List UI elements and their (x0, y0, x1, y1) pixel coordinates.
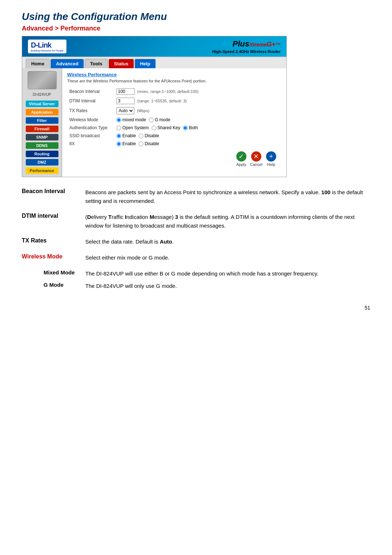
sidebar-btn-ddns[interactable]: DDNS (26, 142, 58, 149)
config-form: Beacon Interval (msec, range:1~1000, def… (67, 87, 281, 148)
sidebar: DI-824VUP Virtual Server Application Fil… (22, 68, 62, 177)
g-mode-row: G Mode The DI-824VUP will only use G mod… (22, 282, 370, 290)
dtim-term: DTIM interval (22, 213, 85, 219)
wireless-mode-g-radio[interactable] (149, 118, 154, 122)
help-label: Help (267, 162, 275, 167)
8x-disable-label[interactable]: Disable (139, 141, 159, 146)
auth-open-radio[interactable] (117, 126, 121, 130)
dtim-interval-hint: (range: 1~65535, default: 3) (137, 99, 187, 103)
tx-rates-unit: (Mbps) (137, 109, 149, 113)
ssid-broadcast-label: SSID broadcast (67, 132, 114, 140)
8x-disable-radio[interactable] (139, 142, 143, 146)
sidebar-btn-dmz[interactable]: DMZ (26, 159, 58, 166)
tx-rates-label: TX Rates (67, 106, 114, 116)
dlink-logo: D-Link Building Networks for People (28, 40, 66, 53)
ssid-disable-radio[interactable] (139, 134, 143, 138)
wireless-mode-options: mixed mode G mode (117, 117, 279, 122)
tab-home[interactable]: Home (26, 59, 50, 68)
mixed-mode-row: Mixed Mode The DI-824VUP will use either… (22, 269, 370, 278)
cancel-icon[interactable]: ✕ (251, 151, 261, 162)
ssid-enable-radio[interactable] (117, 134, 121, 138)
beacon-desc-row: Beacon Interval Beacons are packets sent… (22, 188, 370, 205)
wireless-mode-g-label[interactable]: G mode (149, 117, 170, 122)
router-header: D-Link Building Networks for People AirP… (22, 36, 286, 57)
help-icon[interactable]: + (266, 151, 276, 162)
tx-def: Select the data rate. Default is Auto. (85, 237, 173, 246)
sidebar-btn-application[interactable]: Application (26, 109, 58, 115)
8x-enable-label[interactable]: Enable (117, 141, 136, 146)
auth-type-options: Open System Shared Key Both (117, 125, 279, 130)
8x-enable-radio[interactable] (117, 142, 121, 146)
dtim-interval-input[interactable] (117, 98, 135, 104)
8x-label: 8X (67, 140, 114, 148)
tx-desc-row: TX Rates Select the data rate. Default i… (22, 237, 370, 246)
router-body: DI-824VUP Virtual Server Application Fil… (22, 68, 286, 177)
auth-type-row: Authentication Type Open System Shared K… (67, 124, 281, 132)
wireless-mode-label: Wireless Mode (67, 116, 114, 124)
wireless-desc-row: Wireless Mode Select either mix mode or … (22, 253, 370, 262)
sidebar-btn-virtual-server[interactable]: Virtual Server (26, 101, 58, 107)
dlink-brand: D-Link (31, 41, 51, 49)
dtim-interval-label: DTIM Interval (67, 96, 114, 106)
cancel-label: Cancel (250, 162, 262, 167)
8x-row: 8X Enable Disable (67, 140, 281, 148)
g-mode-def: The DI-824VUP will only use G mode. (85, 282, 177, 290)
apply-icon[interactable]: ✓ (236, 151, 246, 162)
sidebar-btn-filter[interactable]: Filter (26, 117, 58, 124)
apply-action[interactable]: ✓ Apply (236, 151, 246, 167)
panel-description: These are the Wireless Performance featu… (67, 79, 281, 83)
dtim-desc-row: DTIM interval (Delivery Traffic Indicati… (22, 213, 370, 230)
nav-tabs: Home Advanced Tools Status Help (22, 57, 286, 68)
sidebar-btn-performance[interactable]: Performance (26, 167, 58, 174)
router-subtitle: High-Speed 2.4GHz Wireless Router (212, 49, 281, 54)
auth-open-label[interactable]: Open System (117, 125, 149, 130)
wireless-mode-mixed-radio[interactable] (117, 118, 121, 122)
action-row: ✓ Apply ✕ Cancel + Help (67, 148, 281, 169)
mixed-mode-def: The DI-824VUP will use either B or G mod… (85, 269, 318, 278)
g-mode-term: G Mode (22, 282, 85, 290)
wireless-term: Wireless Mode (22, 253, 85, 260)
beacon-interval-input[interactable] (117, 88, 135, 95)
auth-type-label: Authentication Type (67, 124, 114, 132)
sidebar-btn-snmp[interactable]: SNMP (26, 134, 58, 140)
main-panel: Wireless Performance These are the Wirel… (62, 68, 286, 177)
page-number: 51 (22, 305, 370, 311)
wireless-mode-mixed-label[interactable]: mixed mode (117, 117, 146, 122)
tab-tools[interactable]: Tools (85, 59, 108, 68)
auth-shared-radio[interactable] (152, 126, 156, 130)
8x-options: Enable Disable (117, 141, 279, 146)
dtim-def: (Delivery Traffic Indication Message) 3 … (85, 213, 370, 230)
panel-section-title: Wireless Performance (67, 72, 281, 77)
device-image (28, 71, 57, 89)
dlink-tagline: Building Networks for People (31, 49, 64, 52)
ssid-broadcast-row: SSID broadcast Enable Disable (67, 132, 281, 140)
auth-shared-label[interactable]: Shared Key (152, 125, 180, 130)
tab-advanced[interactable]: Advanced (50, 59, 84, 68)
tab-status[interactable]: Status (109, 59, 134, 68)
beacon-interval-row: Beacon Interval (msec, range:1~1000, def… (67, 87, 281, 96)
auth-both-label[interactable]: Both (183, 125, 198, 130)
page-title: Using the Configuration Menu (22, 11, 370, 23)
auth-both-radio[interactable] (183, 126, 188, 130)
tx-term: TX Rates (22, 237, 85, 244)
beacon-interval-hint: (msec, range:1~1000, default:100) (137, 89, 198, 94)
section-title: Advanced > Performance (22, 25, 370, 32)
ssid-broadcast-options: Enable Disable (117, 133, 279, 138)
tab-help[interactable]: Help (135, 59, 156, 68)
tx-rates-row: TX Rates Auto 1 2 5.5 11 54 (Mbps) (67, 106, 281, 116)
ssid-disable-label[interactable]: Disable (139, 133, 159, 138)
airplus-logo: AirPlus ​XtremeG+™ High-Speed 2.4GHz Wir… (212, 39, 281, 54)
sidebar-btn-firewall[interactable]: Firewall (26, 126, 58, 132)
beacon-def: Beacons are packets sent by an Access Po… (85, 188, 370, 205)
xtreme-g-text: ​XtremeG+™ (249, 42, 281, 48)
sidebar-btn-routing[interactable]: Routing (26, 151, 58, 157)
ssid-enable-label[interactable]: Enable (117, 133, 136, 138)
device-label: DI-824VUP (33, 93, 51, 97)
mixed-mode-term: Mixed Mode (22, 269, 85, 278)
apply-label: Apply (236, 162, 246, 167)
help-action[interactable]: + Help (266, 151, 276, 167)
wireless-def: Select either mix mode or G mode. (85, 253, 170, 262)
tx-rates-select[interactable]: Auto 1 2 5.5 11 54 (117, 107, 134, 114)
beacon-interval-label: Beacon Interval (67, 87, 114, 96)
cancel-action[interactable]: ✕ Cancel (250, 151, 262, 167)
